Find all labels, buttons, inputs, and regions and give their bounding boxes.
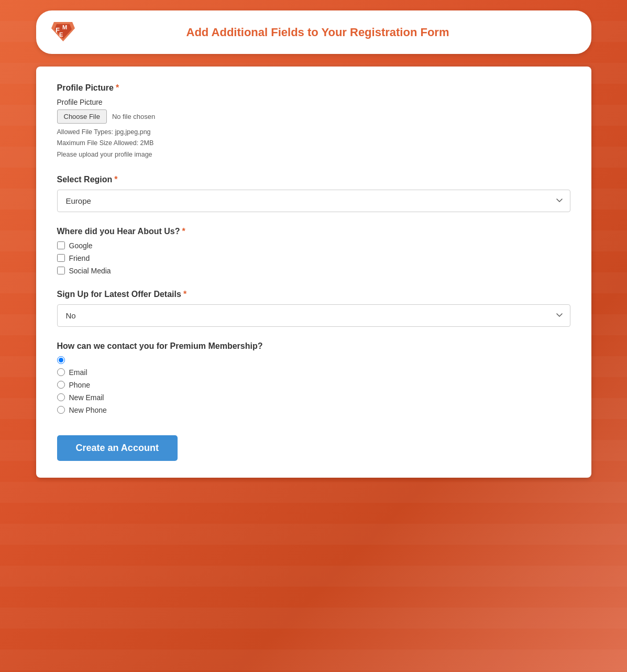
radio-new-phone-label: New Phone [69, 406, 107, 414]
profile-picture-section: Profile Picture* Profile Picture Choose … [57, 83, 570, 160]
radio-item-new-email[interactable]: New Email [57, 393, 570, 402]
contact-method-section: How can we contact you for Premium Membe… [57, 341, 570, 414]
checkbox-social-media-label: Social Media [69, 267, 111, 275]
file-upload-label: Profile Picture [57, 98, 570, 106]
upload-note-text: Please upload your profile image [57, 149, 570, 160]
profile-picture-label: Profile Picture* [57, 83, 570, 93]
contact-method-label: How can we contact you for Premium Membe… [57, 341, 570, 351]
radio-new-email[interactable] [57, 393, 65, 401]
sign-up-offer-section: Sign Up for Latest Offer Details* No Yes [57, 290, 570, 327]
header-bar: F M E Add Additional Fields to Your Regi… [36, 10, 591, 54]
checkbox-item-social-media[interactable]: Social Media [57, 267, 570, 275]
radio-default[interactable] [57, 356, 65, 364]
checkbox-friend-label: Friend [69, 254, 90, 262]
radio-item-email[interactable]: Email [57, 368, 570, 377]
radio-phone[interactable] [57, 381, 65, 389]
heard-checkbox-group: Google Friend Social Media [57, 241, 570, 275]
radio-email-label: Email [69, 368, 87, 377]
contact-radio-group: Email Phone New Email New Phone [57, 356, 570, 414]
checkbox-social-media[interactable] [57, 267, 65, 274]
create-account-button[interactable]: Create an Account [57, 435, 178, 461]
radio-item-default[interactable] [57, 356, 570, 364]
radio-email[interactable] [57, 368, 65, 376]
offer-dropdown[interactable]: No Yes [57, 304, 570, 327]
checkbox-google-label: Google [69, 241, 93, 250]
svg-text:E: E [59, 31, 63, 38]
required-star-heard: * [182, 227, 185, 236]
where-heard-label: Where did you Hear About Us?* [57, 227, 570, 236]
required-star: * [116, 83, 119, 92]
checkbox-item-google[interactable]: Google [57, 241, 570, 250]
radio-phone-label: Phone [69, 381, 90, 389]
required-star-region: * [114, 175, 117, 184]
required-star-offer: * [183, 290, 186, 299]
no-file-text: No file chosen [112, 113, 155, 120]
main-form-card: Profile Picture* Profile Picture Choose … [36, 67, 591, 478]
select-region-section: Select Region* Europe Asia North America… [57, 175, 570, 212]
svg-text:M: M [62, 24, 67, 30]
allowed-types-text: Allowed File Types: jpg,jpeg,png [57, 127, 570, 138]
where-heard-section: Where did you Hear About Us?* Google Fri… [57, 227, 570, 275]
submit-section: Create an Account [57, 429, 570, 461]
sign-up-offer-label: Sign Up for Latest Offer Details* [57, 290, 570, 299]
file-upload-row: Choose File No file chosen [57, 109, 570, 124]
choose-file-button[interactable]: Choose File [57, 109, 107, 124]
radio-item-phone[interactable]: Phone [57, 381, 570, 389]
checkbox-google[interactable] [57, 241, 65, 249]
radio-item-new-phone[interactable]: New Phone [57, 406, 570, 414]
region-dropdown[interactable]: Europe Asia North America South America … [57, 190, 570, 212]
page-title: Add Additional Fields to Your Registrati… [86, 26, 579, 39]
fme-logo: F M E [49, 18, 78, 47]
radio-new-phone[interactable] [57, 406, 65, 414]
radio-new-email-label: New Email [69, 393, 104, 402]
select-region-label: Select Region* [57, 175, 570, 184]
checkbox-item-friend[interactable]: Friend [57, 254, 570, 262]
max-size-text: Maximum File Size Allowed: 2MB [57, 138, 570, 149]
checkbox-friend[interactable] [57, 254, 65, 262]
file-info: Allowed File Types: jpg,jpeg,png Maximum… [57, 127, 570, 160]
